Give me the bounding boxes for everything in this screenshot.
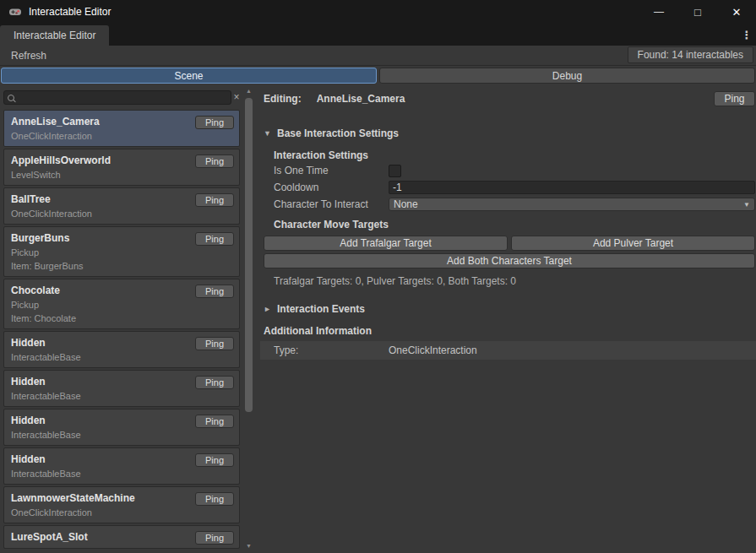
maximize-button[interactable]: □ xyxy=(678,0,717,24)
interactable-subtitles: LevelSwitch xyxy=(11,170,232,180)
editing-header: Editing: AnneLise_Camera Ping xyxy=(264,91,755,106)
type-row: Type: OneClickInteraction xyxy=(260,341,756,360)
inspector-panel: Editing: AnneLise_Camera Ping ▼ Base Int… xyxy=(257,84,756,553)
window-controls: — □ ✕ xyxy=(639,0,756,24)
interactable-subtitles: InteractableBase xyxy=(11,352,232,362)
ping-button[interactable]: Ping xyxy=(195,492,234,506)
interactable-subtitles: InteractableBase xyxy=(11,391,232,401)
list-item[interactable]: BurgerBuns PickupItem: BurgerBuns Ping xyxy=(3,226,240,277)
cooldown-row: Cooldown xyxy=(274,179,755,196)
list-item[interactable]: LureSpotA_Slot Ping xyxy=(3,525,240,549)
target-buttons-row: Add Trafalgar Target Add Pulver Target xyxy=(264,236,755,251)
editor-tab-bar: Interactable Editor ⋮ xyxy=(0,24,756,46)
is-one-time-checkbox[interactable] xyxy=(389,165,401,177)
list-item[interactable]: AppleHillsOverworld LevelSwitch Ping xyxy=(3,149,240,186)
ping-button[interactable]: Ping xyxy=(195,531,234,545)
list-item[interactable]: Hidden InteractableBase Ping xyxy=(3,447,240,485)
app-window: Interactable Editor — □ ✕ Interactable E… xyxy=(0,0,756,553)
ping-button[interactable]: Ping xyxy=(195,376,234,389)
cooldown-input[interactable] xyxy=(389,181,755,194)
section-character-move-targets: Character Move Targets xyxy=(274,218,755,231)
character-to-interact-dropdown[interactable]: None ▼ xyxy=(389,198,755,211)
scrollbar-thumb[interactable] xyxy=(245,98,253,412)
ping-button[interactable]: Ping xyxy=(195,453,234,467)
foldout-base-interaction-settings[interactable]: ▼ Base Interaction Settings xyxy=(264,127,755,140)
chevron-down-icon: ▼ xyxy=(743,201,750,209)
interactable-subtitle: OneClickInteraction xyxy=(11,131,232,141)
interactable-subtitles: OneClickInteraction xyxy=(11,507,232,518)
search-input[interactable] xyxy=(19,92,227,103)
content-area: × AnneLise_Camera OneClickInteraction Pi… xyxy=(0,84,756,553)
ping-button[interactable]: Ping xyxy=(195,415,234,428)
is-one-time-label: Is One Time xyxy=(274,165,389,176)
list-item[interactable]: Hidden InteractableBase Ping xyxy=(3,331,240,368)
interactable-subtitle: LevelSwitch xyxy=(11,170,232,180)
interactable-subtitles: InteractableBase xyxy=(11,430,232,440)
ping-button[interactable]: Ping xyxy=(714,91,755,106)
ping-button[interactable]: Ping xyxy=(195,116,234,129)
type-value: OneClickInteraction xyxy=(389,344,477,356)
cooldown-label: Cooldown xyxy=(274,182,389,193)
add-both-characters-target-button[interactable]: Add Both Characters Target xyxy=(264,253,755,268)
list-item[interactable]: AnneLise_Camera OneClickInteraction Ping xyxy=(3,110,240,147)
interactable-subtitle: InteractableBase xyxy=(11,430,232,440)
add-pulver-target-button[interactable]: Add Pulver Target xyxy=(511,236,755,251)
tab-interactable-editor[interactable]: Interactable Editor xyxy=(0,25,109,46)
tab-menu-icon[interactable]: ⋮ xyxy=(741,27,753,42)
foldout-closed-icon: ► xyxy=(264,305,272,313)
refresh-button[interactable]: Refresh xyxy=(8,48,50,63)
search-clear-button[interactable]: × xyxy=(231,90,242,105)
dropdown-value: None xyxy=(394,198,418,210)
search-icon xyxy=(8,95,14,101)
foldout-interaction-events[interactable]: ► Interaction Events xyxy=(264,302,755,316)
interactable-subtitle: Item: BurgerBuns xyxy=(11,261,232,271)
scroll-up-icon[interactable]: ▲ xyxy=(243,86,254,96)
window-title: Interactable Editor xyxy=(29,6,111,18)
section-additional-information: Additional Information xyxy=(264,324,755,338)
foldout-label: Base Interaction Settings xyxy=(277,127,399,139)
close-button[interactable]: ✕ xyxy=(717,0,756,24)
interactable-subtitle: OneClickInteraction xyxy=(11,209,232,219)
editing-label: Editing: xyxy=(264,93,302,105)
is-one-time-row: Is One Time xyxy=(274,162,755,179)
foldout-label: Interaction Events xyxy=(277,303,365,315)
app-icon xyxy=(8,5,22,19)
view-tabs: Scene Debug xyxy=(0,66,756,84)
scroll-down-icon[interactable]: ▼ xyxy=(243,541,254,551)
interactable-subtitle: Pickup xyxy=(11,247,232,258)
interactable-subtitle: InteractableBase xyxy=(11,469,232,479)
list-item[interactable]: BallTree OneClickInteraction Ping xyxy=(3,187,240,225)
search-field[interactable] xyxy=(3,90,231,105)
interactable-subtitles: InteractableBase xyxy=(11,469,232,479)
title-bar: Interactable Editor — □ ✕ xyxy=(0,0,756,24)
ping-button[interactable]: Ping xyxy=(195,337,234,350)
targets-summary: Trafalgar Targets: 0, Pulver Targets: 0,… xyxy=(274,275,755,287)
character-to-interact-label: Character To Interact xyxy=(274,198,389,210)
type-label: Type: xyxy=(274,344,389,356)
tab-label: Interactable Editor xyxy=(14,30,95,41)
interactable-subtitles: PickupItem: BurgerBuns xyxy=(11,247,232,271)
tab-debug[interactable]: Debug xyxy=(379,68,755,84)
editing-value: AnneLise_Camera xyxy=(317,93,405,105)
section-interaction-settings: Interaction Settings xyxy=(274,149,755,162)
tab-scene[interactable]: Scene xyxy=(1,68,377,84)
toolbar: Refresh Found: 14 interactables xyxy=(0,46,756,66)
list-item[interactable]: Hidden InteractableBase Ping xyxy=(3,370,240,407)
list-item[interactable]: Chocolate PickupItem: Chocolate Ping xyxy=(3,279,240,329)
list-scrollbar[interactable]: ▲ ▼ xyxy=(243,86,254,551)
interactable-subtitle: OneClickInteraction xyxy=(11,507,232,518)
list-item[interactable]: LawnmowerStateMachine OneClickInteractio… xyxy=(3,486,240,523)
list-item[interactable]: Hidden InteractableBase Ping xyxy=(3,409,240,446)
ping-button[interactable]: Ping xyxy=(195,285,234,298)
interactable-subtitle: InteractableBase xyxy=(11,391,232,401)
found-count-label: Found: 14 interactables xyxy=(628,46,753,63)
ping-button[interactable]: Ping xyxy=(195,232,234,246)
interactable-subtitles: OneClickInteraction xyxy=(11,131,232,141)
interactable-subtitles: OneClickInteraction xyxy=(11,209,232,219)
scene-list-panel: × AnneLise_Camera OneClickInteraction Pi… xyxy=(0,84,257,553)
add-trafalgar-target-button[interactable]: Add Trafalgar Target xyxy=(264,236,508,251)
ping-button[interactable]: Ping xyxy=(195,155,234,168)
ping-button[interactable]: Ping xyxy=(195,193,234,207)
interactable-list: AnneLise_Camera OneClickInteraction Ping… xyxy=(3,110,240,553)
minimize-button[interactable]: — xyxy=(639,0,678,24)
